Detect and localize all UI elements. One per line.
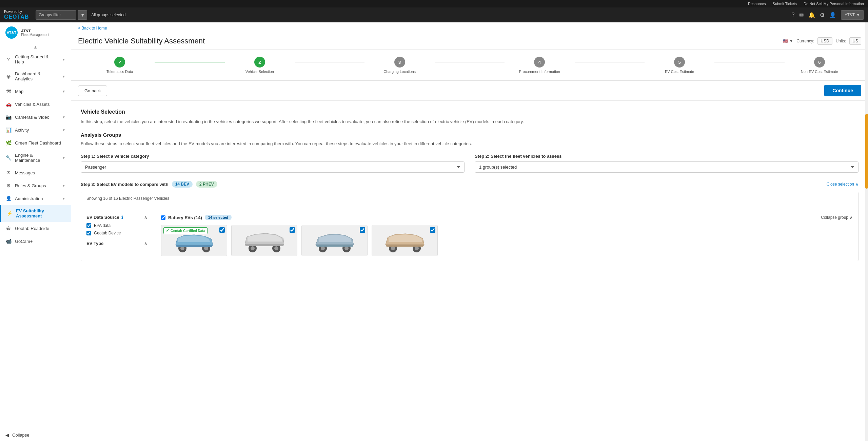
close-selection-button[interactable]: Close selection ∧: [827, 182, 859, 187]
sidebar-item-gocam[interactable]: 📹 GoCam+: [0, 235, 71, 248]
top-bar: Resources Submit Tickets Do Not Sell My …: [0, 0, 868, 7]
phev-badge: 2 PHEV: [196, 181, 217, 188]
step-1: ✓ Telematics Data: [85, 57, 155, 74]
battery-evs-checkbox[interactable]: [161, 215, 165, 220]
fleet-vehicles-select[interactable]: 1 group(s) selected: [475, 161, 859, 173]
user-menu-button[interactable]: AT&T ▼: [841, 10, 864, 20]
geotab-logo: GEOTAB: [4, 14, 29, 20]
submit-tickets-link[interactable]: Submit Tickets: [773, 2, 797, 6]
info-icon[interactable]: ℹ: [121, 215, 123, 220]
sidebar-item-rules[interactable]: ⚙ Rules & Groups ▼: [0, 179, 71, 192]
bell-icon[interactable]: 🔔: [808, 12, 815, 18]
units-button[interactable]: US: [849, 37, 861, 45]
scroll-thumb[interactable]: [865, 114, 868, 189]
sidebar-item-messages[interactable]: ✉ Messages: [0, 166, 71, 179]
sidebar-item-green-fleet[interactable]: 🌿 Green Fleet Dashboard: [0, 136, 71, 149]
epa-data-checkbox[interactable]: [86, 223, 91, 228]
ev-card-3-checkbox-area: [360, 227, 365, 234]
steps-form-row: Step 1: Select a vehicle category Passen…: [81, 154, 859, 173]
user-icon[interactable]: 👤: [829, 12, 836, 18]
analysis-groups-title: Analysis Groups: [81, 132, 859, 138]
groups-filter-dropdown-arrow[interactable]: ▼: [78, 10, 87, 20]
ev-card-1-checkbox[interactable]: [219, 227, 225, 233]
user-chevron-icon: ▼: [856, 13, 860, 17]
continue-button[interactable]: Continue: [824, 85, 861, 96]
sidebar-item-label: Administration: [15, 196, 43, 201]
mail-icon[interactable]: ✉: [799, 12, 804, 18]
collapse-group-button[interactable]: Collapse group ∧: [821, 215, 853, 220]
roadside-icon: 🛣: [5, 225, 12, 231]
ev-card-3-checkbox[interactable]: [360, 227, 365, 233]
units-label: Units:: [836, 39, 846, 43]
sidebar-item-label: Activity: [15, 128, 29, 133]
svg-point-11: [344, 246, 349, 250]
groups-filter-button[interactable]: Groups filter: [36, 10, 76, 20]
analysis-groups-desc: Follow these steps to select your fleet …: [81, 140, 859, 147]
collapse-group-icon: ∧: [850, 215, 853, 220]
ev-section: EV Data Source ℹ ∧ EPA data Geotab Devic…: [81, 205, 858, 261]
activity-icon: 📊: [5, 127, 12, 133]
ev-card-2-checkbox-area: [290, 227, 295, 234]
ev-type-collapse-icon[interactable]: ∧: [144, 241, 147, 246]
showing-text: Showing 16 of 16 Electric Passenger Vehi…: [81, 192, 858, 205]
step-3-circle: 3: [394, 57, 405, 68]
step-2-label: Vehicle Selection: [245, 70, 274, 74]
step-3: 3 Charging Locations: [364, 57, 434, 74]
collapse-sidebar-button[interactable]: ◀ Collapse: [0, 429, 71, 441]
scroll-up-button[interactable]: ▲: [0, 43, 71, 51]
ev-card: ✓ Geotab Certified Data: [161, 225, 227, 256]
ev-card-2-checkbox[interactable]: [290, 227, 295, 233]
sidebar-item-cameras[interactable]: 📷 Cameras & Video ▼: [0, 111, 71, 123]
sidebar-item-label: Green Fleet Dashboard: [15, 140, 61, 146]
collapse-label: Collapse: [12, 433, 29, 438]
all-groups-text: All groups selected: [91, 13, 125, 17]
resources-link[interactable]: Resources: [748, 2, 766, 6]
step3-label-area: Step 3: Select EV models to compare with…: [81, 181, 217, 188]
page-title: Electric Vehicle Suitability Assessment: [78, 37, 205, 45]
sidebar-item-label: Engine & Maintenance: [15, 153, 59, 163]
battery-evs-header: Battery EVs (14) 14 selected Collapse gr…: [161, 215, 853, 220]
engine-icon: 🔧: [5, 155, 12, 161]
sidebar-item-label: EV Suitability Assessment: [16, 208, 65, 218]
currency-button[interactable]: USD: [817, 37, 832, 45]
vehicle-category-select[interactable]: Passenger Light Duty Truck Medium Duty T…: [81, 161, 465, 173]
vehicle-selection-title: Vehicle Selection: [81, 109, 859, 115]
geotab-certified-badge: ✓ Geotab Certified Data: [163, 227, 208, 234]
green-fleet-icon: 🌿: [5, 140, 12, 146]
sidebar-item-getting-started[interactable]: ? Getting Started & Help ▼: [0, 51, 71, 68]
step1-label: Step 1: Select a vehicle category: [81, 154, 465, 159]
sidebar-item-map[interactable]: 🗺 Map ▼: [0, 85, 71, 98]
sidebar-item-engine[interactable]: 🔧 Engine & Maintenance ▼: [0, 149, 71, 166]
sidebar-item-geotab-roadside[interactable]: 🛣 Geotab Roadside: [0, 222, 71, 235]
groups-filter-area: Groups filter ▼ All groups selected: [36, 10, 125, 20]
ev-type-section: EV Type ∧: [86, 241, 147, 246]
step-4-label: Procurement Information: [519, 70, 560, 74]
gear-icon[interactable]: ⚙: [820, 12, 825, 18]
ev-data-source-title: EV Data Source ℹ ∧: [86, 215, 147, 220]
sidebar-logo: AT&T AT&T Fleet Management: [0, 22, 71, 43]
progress-steps-area: ✓ Telematics Data 2 Vehicle Selection 3 …: [71, 50, 868, 81]
sidebar-item-ev-assessment[interactable]: ⚡ EV Suitability Assessment: [0, 205, 71, 222]
sidebar-item-label: Rules & Groups: [15, 183, 46, 188]
sidebar-item-label: Geotab Roadside: [15, 226, 49, 231]
collapse-icon: ◀: [5, 433, 9, 438]
vehicle-selection-desc: In this step, select the vehicles you ar…: [81, 118, 859, 125]
go-back-button[interactable]: Go back: [78, 85, 107, 96]
ev-data-source-column: EV Data Source ℹ ∧ EPA data Geotab Devic…: [86, 215, 154, 256]
chevron-down-icon: ▼: [62, 115, 65, 119]
app-header: Powered by GEOTAB Groups filter ▼ All gr…: [0, 7, 868, 22]
ev-data-source-collapse-icon[interactable]: ∧: [144, 215, 147, 220]
sidebar-item-activity[interactable]: 📊 Activity ▼: [0, 123, 71, 136]
geotab-device-checkbox-row: Geotab Device: [86, 231, 147, 235]
svg-point-15: [415, 246, 419, 250]
messages-icon: ✉: [5, 170, 12, 176]
geotab-device-checkbox[interactable]: [86, 231, 91, 235]
sidebar-item-administration[interactable]: 👤 Administration ▼: [0, 192, 71, 205]
ev-card-4-checkbox[interactable]: [430, 227, 435, 233]
sidebar-item-vehicles[interactable]: 🚗 Vehicles & Assets: [0, 98, 71, 111]
sidebar-item-dashboard[interactable]: ◉ Dashboard & Analytics ▼: [0, 68, 71, 85]
do-not-sell-link[interactable]: Do Not Sell My Personal Information: [804, 2, 864, 6]
ev-cards-area: Battery EVs (14) 14 selected Collapse gr…: [154, 215, 853, 256]
back-to-home-link[interactable]: < Back to Home: [71, 22, 114, 34]
help-icon[interactable]: ?: [791, 12, 794, 18]
